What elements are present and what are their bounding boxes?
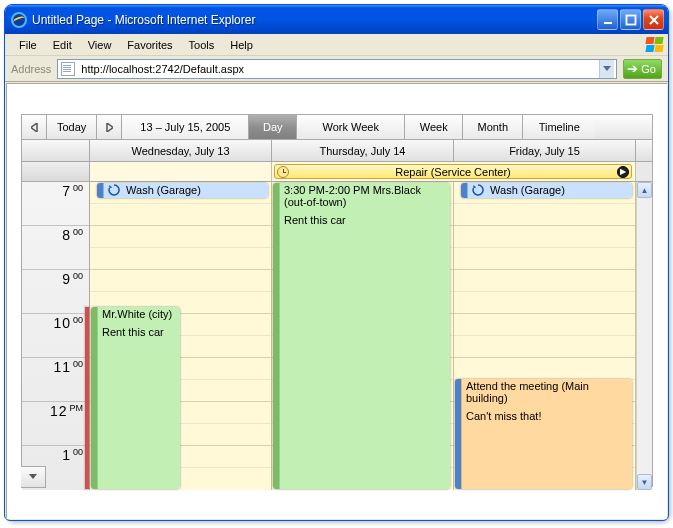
view-work-week[interactable]: Work Week: [297, 115, 405, 139]
event-note: Rent this car: [284, 214, 446, 226]
hour-1: 1: [62, 447, 71, 463]
event-title: Attend the meeting (Main building): [466, 380, 628, 404]
minimize-button[interactable]: [597, 9, 618, 30]
address-label: Address: [11, 63, 51, 75]
time-ruler: 700 800 900 1000 1100 12PM 100: [22, 182, 90, 490]
menu-help[interactable]: Help: [222, 37, 261, 53]
daycol-fri[interactable]: Wash (Garage) Attend the meeting (Main b…: [454, 182, 636, 490]
svg-rect-1: [626, 15, 635, 24]
windows-flag-icon: [645, 36, 665, 54]
url-field-wrap: [57, 59, 617, 79]
recurring-icon: [472, 184, 484, 196]
view-week[interactable]: Week: [405, 115, 463, 139]
event-wed-wash[interactable]: Wash (Garage): [96, 182, 269, 199]
scroll-up-button[interactable]: ▲: [637, 182, 652, 198]
url-input[interactable]: [79, 62, 599, 76]
daycol-wed[interactable]: Wash (Garage) Mr.White (city) Rent this …: [90, 182, 272, 490]
hour-8: 8: [62, 227, 71, 243]
hour-7: 7: [62, 183, 71, 199]
continues-right-icon: ▶: [617, 166, 629, 178]
view-timeline[interactable]: Timeline: [523, 115, 595, 139]
go-arrow-icon: ➔: [627, 62, 638, 75]
allday-cell-wed[interactable]: [90, 162, 272, 182]
ie-window: Untitled Page - Microsoft Internet Explo…: [4, 4, 669, 521]
hour-9: 9: [62, 271, 71, 287]
menubar: File Edit View Favorites Tools Help: [5, 34, 668, 56]
event-title: Mr.White (city): [102, 308, 176, 320]
event-wed-white[interactable]: Mr.White (city) Rent this car: [90, 306, 181, 490]
scroll-corner-allday: [636, 162, 652, 182]
dayheader-wed[interactable]: Wednesday, July 13: [90, 140, 272, 162]
url-dropdown-button[interactable]: [599, 60, 614, 78]
hour-10: 10: [53, 315, 71, 331]
allday-cell-thu-fri[interactable]: Repair (Service Center) ▶: [272, 162, 636, 182]
go-label: Go: [641, 63, 656, 75]
date-range: 13 – July 15, 2005: [122, 115, 249, 139]
page-icon: [61, 62, 75, 76]
clock-icon: [277, 166, 289, 178]
allday-event-repair[interactable]: Repair (Service Center) ▶: [274, 164, 632, 179]
scroll-corner: [636, 140, 652, 162]
next-button[interactable]: [97, 115, 122, 139]
window-title: Untitled Page - Microsoft Internet Explo…: [32, 13, 597, 27]
dayheader-fri[interactable]: Friday, July 15: [454, 140, 636, 162]
allday-gutter: [22, 162, 90, 182]
recurring-icon: [108, 184, 120, 196]
view-month[interactable]: Month: [463, 115, 523, 139]
event-fri-meeting[interactable]: Attend the meeting (Main building) Can't…: [454, 378, 633, 490]
dayheader-thu[interactable]: Thursday, July 14: [272, 140, 454, 162]
event-label: Wash (Garage): [126, 184, 201, 196]
page-content: Today 13 – July 15, 2005 Day Work Week W…: [6, 83, 667, 519]
scheduler-grid: Wednesday, July 13 Thursday, July 14 Fri…: [21, 140, 653, 487]
hour-12: 12: [50, 403, 68, 419]
address-bar: Address ➔ Go: [5, 56, 668, 82]
vertical-scrollbar[interactable]: ▲ ▼: [636, 182, 652, 490]
view-day[interactable]: Day: [249, 115, 297, 139]
date-picker-button[interactable]: [21, 466, 46, 488]
close-button[interactable]: [643, 9, 664, 30]
today-button[interactable]: Today: [47, 115, 97, 139]
scheduler-toolbar: Today 13 – July 15, 2005 Day Work Week W…: [21, 114, 653, 140]
hour-11: 11: [53, 359, 71, 375]
menu-favorites[interactable]: Favorites: [119, 37, 180, 53]
grid-corner: [22, 140, 90, 162]
prev-button[interactable]: [22, 115, 47, 139]
menu-view[interactable]: View: [80, 37, 120, 53]
event-title: 3:30 PM-2:00 PM Mrs.Black (out-of-town): [284, 184, 446, 208]
scroll-down-button[interactable]: ▼: [637, 474, 652, 490]
event-fri-wash[interactable]: Wash (Garage): [460, 182, 633, 199]
event-label: Wash (Garage): [490, 184, 565, 196]
event-note: Rent this car: [102, 326, 176, 338]
titlebar: Untitled Page - Microsoft Internet Explo…: [5, 5, 668, 34]
maximize-button[interactable]: [620, 9, 641, 30]
event-thu-black[interactable]: 3:30 PM-2:00 PM Mrs.Black (out-of-town) …: [272, 182, 451, 490]
menu-file[interactable]: File: [11, 37, 45, 53]
menu-tools[interactable]: Tools: [181, 37, 223, 53]
go-button[interactable]: ➔ Go: [623, 59, 662, 79]
daycol-thu[interactable]: 3:30 PM-2:00 PM Mrs.Black (out-of-town) …: [272, 182, 454, 490]
allday-event-label: Repair (Service Center): [293, 166, 613, 178]
event-note: Can't miss that!: [466, 410, 628, 422]
svg-rect-0: [604, 22, 612, 24]
ie-icon: [11, 12, 27, 28]
menu-edit[interactable]: Edit: [45, 37, 80, 53]
